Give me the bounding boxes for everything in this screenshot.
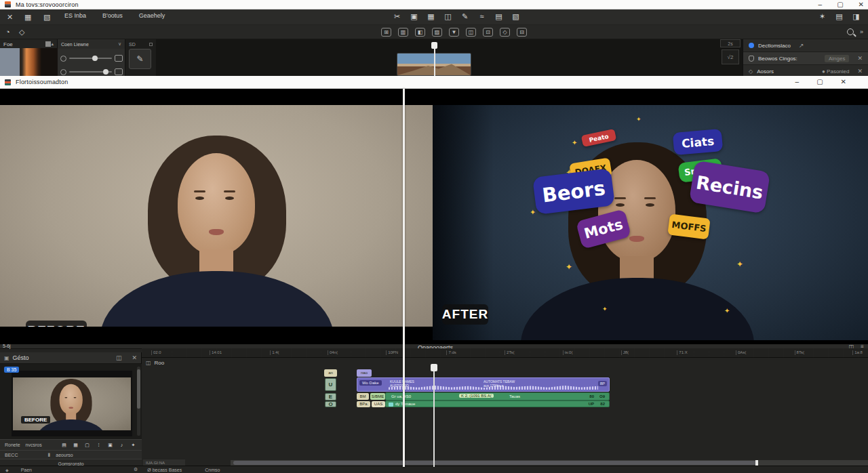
close-row-icon[interactable]: ✕ <box>857 68 863 75</box>
close-button[interactable]: ✕ <box>859 1 864 8</box>
view-icon[interactable]: ⁝ <box>95 442 102 449</box>
panel-option-icon[interactable]: ◫ <box>116 354 122 361</box>
marker-chip[interactable]: nao <box>357 369 372 377</box>
tool-tab-label: SD <box>129 42 136 47</box>
audio1-track-header[interactable]: E <box>325 393 336 400</box>
minimize-button[interactable]: – <box>795 79 800 85</box>
close-tool-icon[interactable]: ✕ <box>7 13 13 21</box>
toolbar-icon[interactable]: ▥ <box>398 28 408 37</box>
minimize-button[interactable]: – <box>818 1 823 8</box>
reset-icon[interactable] <box>60 56 66 62</box>
toolbar-icon[interactable]: ⊟ <box>517 28 527 37</box>
toolbar-icon[interactable]: ◫ <box>466 28 476 37</box>
video-track-header[interactable]: U <box>325 378 336 391</box>
toolbar-icon[interactable]: ▤ <box>834 12 844 21</box>
toolbar-icon[interactable]: ◫ <box>443 12 453 21</box>
view-icon[interactable]: ✦ <box>130 442 137 449</box>
tool-badge[interactable]: √2 <box>722 49 739 64</box>
toolbar-icon[interactable]: ◧ <box>415 28 425 37</box>
video-clip[interactable]: Wo Dake KUULE NAMESAUSTOTRO AUTOMATS TEB… <box>357 377 610 392</box>
clip-chip[interactable]: UAS <box>372 401 385 407</box>
collapse-icon[interactable]: ▴ <box>51 41 54 47</box>
toolbar-icon[interactable]: ✂ <box>392 12 402 21</box>
toolbar-icon[interactable]: ▼ <box>449 28 459 37</box>
slider-2[interactable] <box>69 71 112 73</box>
toolbar-icon[interactable]: ▨ <box>432 28 442 37</box>
toolbar-icon[interactable]: ▣ <box>409 12 419 21</box>
view-icon[interactable]: ♪ <box>118 442 125 449</box>
heart-icon: ◇ <box>749 68 753 75</box>
audio-clip-2[interactable]: dy Tomaue UP 82 <box>385 400 610 407</box>
pen-tool-button[interactable]: ✎ <box>129 49 151 69</box>
filter-label[interactable]: nvcsros <box>26 443 42 447</box>
clip-chip[interactable]: S/BME <box>370 393 385 400</box>
audio2-track-header[interactable]: O <box>325 401 336 407</box>
compare-wipe-divider[interactable] <box>403 89 405 467</box>
gear-icon[interactable]: ⚙ <box>134 467 138 472</box>
toolbar-icon[interactable]: ✶ <box>817 12 827 21</box>
view-icon[interactable]: ▣ <box>106 442 114 449</box>
slider-2-handle[interactable] <box>103 69 108 75</box>
close-button[interactable]: ✕ <box>841 79 846 85</box>
inspector-chevron-icon[interactable]: ∨ <box>118 41 121 47</box>
clip-text: Gr ua, 4S0 <box>391 394 411 398</box>
toolbar-icon[interactable]: ▧ <box>511 12 521 21</box>
toolbar-icon[interactable]: ▤ <box>494 12 504 21</box>
marker-chip[interactable]: an <box>324 369 337 377</box>
grid-icon[interactable]: ▦ <box>24 13 31 21</box>
status-left-label[interactable]: Paen <box>21 468 32 472</box>
main-titlebar: Ma tovs:srovooorciron – ▢ ✕ <box>0 0 868 9</box>
clip-panel-title: Gésto <box>13 354 29 361</box>
search-icon[interactable] <box>847 28 854 35</box>
toolbar-icon[interactable]: ◨ <box>851 12 861 21</box>
slider-1-handle[interactable] <box>92 56 98 61</box>
vertical-scrollbar[interactable] <box>137 367 140 436</box>
open-arrow-icon[interactable]: ↗ <box>799 42 804 49</box>
toolbar-icon[interactable]: ⊡ <box>483 28 493 37</box>
toolbar-icon[interactable]: ▦ <box>426 12 436 21</box>
users-icon[interactable]: ▧ <box>43 13 50 21</box>
maximize-button[interactable]: ▢ <box>816 79 823 85</box>
clip-thumbnail[interactable]: BEFORE <box>12 371 132 436</box>
clip-chip[interactable]: BM <box>357 393 369 400</box>
view-icon[interactable]: ▦ <box>72 442 79 449</box>
keyframe-box-icon[interactable] <box>115 68 123 75</box>
maximize-button[interactable]: ▢ <box>837 1 843 8</box>
right-panel-row-2[interactable]: Beowos Cingos: Ainges ✕ <box>743 52 868 65</box>
ruler-tick: 1a:8 <box>852 350 863 355</box>
close-row-icon[interactable]: ✕ <box>857 55 863 62</box>
timeline-ruler[interactable]: 02:014:011:4(04n(10PN7:ds2Ts(ts:0(J8(71:… <box>142 348 868 358</box>
menu-item[interactable]: ES Inba <box>64 12 86 19</box>
slider-1[interactable] <box>69 58 112 59</box>
cursor-icon[interactable]: ◇ <box>19 28 24 36</box>
keyframe-box-icon[interactable] <box>115 55 123 62</box>
word-stickers: Peato Ciats DOAEX Srents Beors Recins Mo… <box>433 105 868 340</box>
toolbar-icon[interactable]: ⊞ <box>381 28 391 37</box>
clip-thumbnail-photo: BEFORE <box>13 377 131 430</box>
horizontal-scrollbar[interactable] <box>231 460 868 466</box>
playhead-handle[interactable] <box>431 364 437 371</box>
sort-label[interactable]: Ronete <box>5 443 20 447</box>
more-icon[interactable]: » <box>860 28 863 36</box>
view-icon[interactable]: ▢ <box>83 442 91 449</box>
audio-clip-1[interactable]: Gr ua, 4S0 K 2, (1091 BS A( Tauas 80 O9 <box>385 392 610 400</box>
sticker-word: Mots <box>576 209 631 249</box>
menu-item[interactable]: Geaehely <box>139 12 165 19</box>
menu-item[interactable]: B'ootus <box>102 12 123 19</box>
field-value[interactable]: aeourso <box>56 453 73 457</box>
clip-chip[interactable]: BPa <box>357 401 370 407</box>
mini-playhead-handle[interactable] <box>431 42 437 49</box>
view-icon[interactable]: ▤ <box>60 442 68 449</box>
right-panel-row-1[interactable]: Dectlomslaco ↗ <box>743 39 868 52</box>
toolbar-icon[interactable]: ≈ <box>477 12 487 21</box>
reset-icon[interactable] <box>60 69 66 75</box>
thumb-view-icon[interactable] <box>45 41 51 47</box>
media-thumbnail-strip[interactable] <box>0 48 58 76</box>
scrollbar-thumb[interactable] <box>233 461 758 465</box>
tool-tab-panel: SD ✎ <box>125 39 156 76</box>
close-panel-icon[interactable]: ✕ <box>132 354 137 361</box>
toolbar-icon[interactable]: ◇ <box>500 28 510 37</box>
track-group-icon[interactable]: ◫ <box>146 360 151 366</box>
pacman-icon[interactable]: ◔ <box>5 28 10 36</box>
toolbar-icon[interactable]: ✎ <box>460 12 470 21</box>
